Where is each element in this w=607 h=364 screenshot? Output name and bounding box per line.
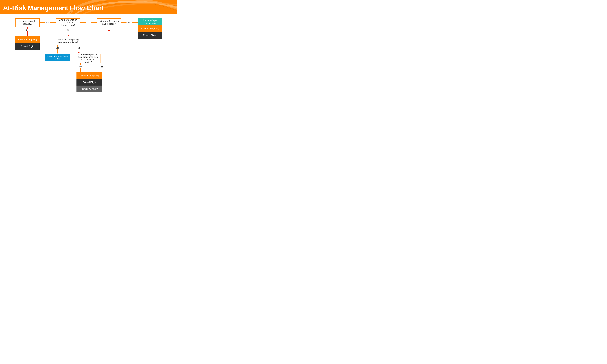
question-priority: Is there competition from order lines wi… [75, 54, 101, 63]
flowchart-canvas: Is there enough capacity? Are there enou… [0, 14, 177, 100]
header: At-Risk Management Flow Chart [0, 0, 177, 14]
action-cancel-zombie: Cancel Zombie Order Lines [45, 54, 70, 61]
action-broaden-targeting: Broaden Targeting [138, 25, 162, 32]
action-extend-flight: Extend Flight [77, 79, 102, 86]
page-title: At-Risk Management Flow Chart [0, 0, 177, 12]
question-capacity: Is there enough capacity? [15, 18, 40, 27]
question-freqcap: Is there a frequency cap in place? [97, 18, 121, 27]
action-reduce-caps: Reduce Caps Restrictions [138, 18, 162, 25]
label-yes: YES [87, 22, 90, 24]
action-increase-priority: Increase Priority [77, 86, 102, 92]
question-zombie: Are there competing zombie order lines? [56, 37, 80, 45]
action-extend-flight: Extend Flight [138, 32, 162, 39]
label-yes: YES [127, 22, 131, 24]
label-no: NO [78, 47, 80, 49]
action-broaden-targeting: Broaden Targeting [77, 72, 102, 79]
action-extend-flight: Extend Flight [15, 43, 40, 50]
label-no: NO [67, 29, 69, 31]
label-yes: YES [79, 65, 82, 67]
label-yes: YES [56, 47, 59, 49]
label-no: NO [101, 66, 103, 68]
question-impressions: Are there enough available impressions? [56, 18, 80, 27]
label-no: NO [26, 29, 29, 31]
label-yes: YES [46, 22, 49, 24]
action-broaden-targeting: Broaden Targeting [15, 36, 40, 43]
